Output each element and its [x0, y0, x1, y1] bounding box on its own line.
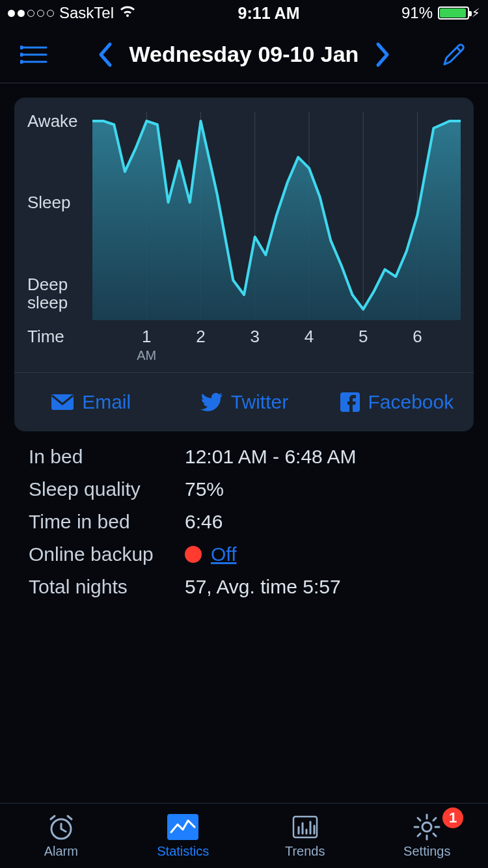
- x-tick: 2: [196, 327, 205, 347]
- svg-point-5: [20, 60, 23, 64]
- share-twitter-label: Twitter: [231, 391, 288, 413]
- status-dot-icon: [185, 546, 202, 563]
- settings-badge: 1: [442, 807, 463, 828]
- wifi-icon: [119, 4, 136, 22]
- share-twitter-button[interactable]: Twitter: [167, 373, 320, 431]
- status-bar: SaskTel 9:11 AM 91% ⚡︎: [0, 0, 488, 26]
- stat-quality: Sleep quality 75%: [29, 473, 459, 506]
- chart-line-icon: [166, 813, 200, 841]
- tab-bar: Alarm Statistics Trends Settings 1: [0, 803, 488, 868]
- stat-backup: Online backup Off: [29, 538, 459, 571]
- svg-point-23: [422, 822, 431, 832]
- share-email-label: Email: [82, 391, 131, 413]
- x-tick: 6: [413, 327, 422, 347]
- backup-toggle-link[interactable]: Off: [211, 543, 236, 565]
- tab-trends[interactable]: Trends: [244, 804, 366, 868]
- svg-point-4: [20, 53, 23, 57]
- edit-button[interactable]: [433, 42, 475, 67]
- chart-y-axis: Awake Sleep Deep sleep: [27, 112, 92, 320]
- mail-icon: [51, 394, 74, 411]
- tab-alarm[interactable]: Alarm: [0, 804, 122, 868]
- y-tick-deep: Deep sleep: [27, 275, 92, 312]
- share-facebook-label: Facebook: [368, 391, 454, 413]
- bar-chart-icon: [291, 813, 319, 841]
- tab-statistics[interactable]: Statistics: [122, 804, 245, 868]
- stats-summary: In bed 12:01 AM - 6:48 AM Sleep quality …: [29, 441, 459, 603]
- battery-icon: ⚡︎: [438, 6, 480, 20]
- carrier-label: SaskTel: [59, 4, 114, 22]
- svg-line-6: [457, 47, 461, 51]
- tab-settings[interactable]: Settings 1: [366, 804, 489, 868]
- nav-bar: Wednesday 09-10 Jan: [0, 26, 488, 83]
- x-tick: 5: [359, 327, 368, 347]
- chart-x-label: Time: [27, 327, 92, 366]
- gear-icon: [413, 813, 441, 841]
- x-tick: 1AM: [137, 327, 156, 363]
- svg-line-30: [418, 834, 420, 836]
- signal-strength-icon: [8, 10, 54, 17]
- x-tick: 4: [305, 327, 314, 347]
- svg-line-28: [418, 818, 420, 821]
- stat-time-in-bed: Time in bed 6:46: [29, 506, 459, 538]
- svg-line-31: [433, 818, 436, 821]
- chevron-right-icon: [375, 42, 391, 68]
- chart-x-axis: 1AM23456: [92, 327, 461, 366]
- sleep-chart-card: Awake Sleep Deep sleep: [14, 98, 474, 431]
- stat-in-bed: In bed 12:01 AM - 6:48 AM: [29, 441, 459, 473]
- next-day-button[interactable]: [375, 42, 391, 68]
- menu-button[interactable]: [13, 45, 55, 64]
- pencil-icon: [442, 42, 467, 67]
- svg-line-29: [433, 834, 436, 836]
- share-email-button[interactable]: Email: [14, 373, 167, 431]
- alarm-clock-icon: [47, 813, 75, 841]
- status-clock: 9:11 AM: [238, 4, 300, 23]
- facebook-icon: [340, 392, 360, 412]
- twitter-icon: [200, 392, 223, 412]
- y-tick-sleep: Sleep: [27, 193, 92, 212]
- sleep-chart-plot: [92, 112, 461, 320]
- share-row: Email Twitter Facebook: [14, 372, 474, 431]
- battery-pct-label: 91%: [401, 4, 433, 22]
- share-facebook-button[interactable]: Facebook: [321, 373, 474, 431]
- page-title: Wednesday 09-10 Jan: [129, 42, 359, 67]
- y-tick-awake: Awake: [27, 112, 92, 131]
- x-tick: 3: [250, 327, 259, 347]
- stat-total-nights: Total nights 57, Avg. time 5:57: [29, 571, 459, 603]
- list-icon: [20, 45, 47, 64]
- svg-point-3: [20, 46, 23, 49]
- prev-day-button[interactable]: [97, 42, 113, 68]
- chevron-left-icon: [97, 42, 113, 68]
